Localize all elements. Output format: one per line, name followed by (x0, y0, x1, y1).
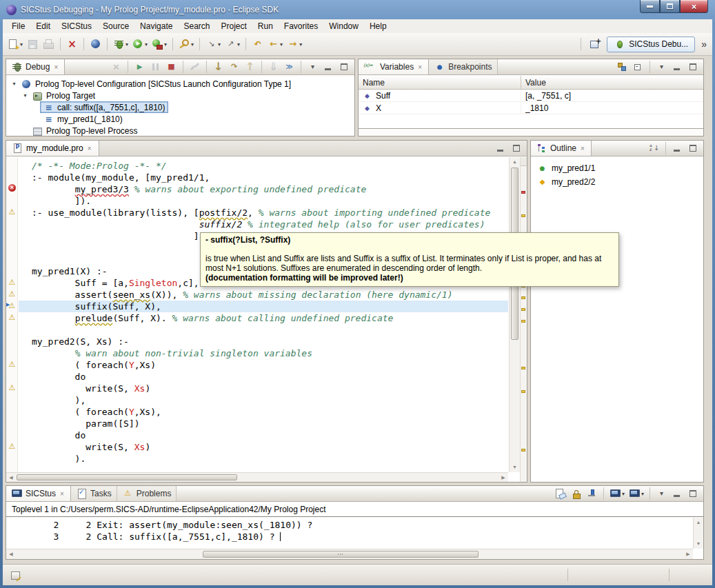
display-console-button[interactable]: ▾ (608, 487, 626, 500)
open-perspective-button[interactable] (588, 37, 603, 51)
halt-prolog-button[interactable] (65, 37, 79, 51)
scroll-left-arrow-icon[interactable] (6, 549, 16, 559)
minimize-button[interactable] (670, 141, 685, 155)
warning-annotation-icon[interactable] (8, 290, 17, 298)
view-menu-button[interactable] (654, 487, 669, 500)
close-icon[interactable] (416, 62, 423, 72)
menu-help[interactable]: Help (364, 20, 392, 32)
close-window-button[interactable] (680, 0, 708, 13)
scroll-up-arrow-icon[interactable] (694, 518, 703, 527)
overview-mark[interactable] (521, 191, 525, 194)
console-output[interactable]: 2 2 Exit: assert(my_module:seen_xs(_1810… (6, 518, 693, 549)
close-icon[interactable] (86, 143, 93, 153)
show-logical-structure-button[interactable] (615, 60, 630, 74)
menu-sicstus[interactable]: SICStus (56, 20, 97, 32)
resume-button[interactable] (132, 60, 147, 74)
scroll-down-arrow-icon[interactable] (510, 463, 520, 472)
minimize-button[interactable] (494, 141, 508, 155)
minimize-button[interactable] (670, 60, 685, 74)
debug-tree-item[interactable]: Prolog Top-level Process (6, 125, 354, 136)
terminate-button[interactable] (164, 60, 179, 74)
run-button[interactable]: ▾ (131, 37, 149, 51)
overview-mark[interactable] (521, 449, 525, 452)
code-line[interactable]: write(S, Xs) (19, 441, 508, 453)
overview-ruler[interactable] (520, 157, 527, 482)
scroll-left-arrow-icon[interactable] (6, 473, 16, 482)
code-line[interactable]: ), (19, 394, 508, 406)
overview-mark[interactable] (521, 214, 525, 217)
outline-item[interactable]: my_pred2/2 (531, 175, 703, 189)
step-into-button[interactable] (211, 60, 225, 74)
overview-mark[interactable] (521, 296, 525, 299)
maximize-window-button[interactable] (660, 0, 680, 13)
variable-row[interactable]: X_1810 (359, 102, 703, 114)
debug-button[interactable]: ▾ (112, 37, 130, 51)
warning-annotation-icon[interactable] (8, 207, 17, 216)
code-line[interactable]: ( foreach(Y,Xs) (19, 359, 508, 371)
overview-mark[interactable] (521, 390, 525, 393)
variable-row[interactable]: Suff[a, _7551, c] (359, 90, 703, 102)
forward-button[interactable]: ▾ (285, 37, 303, 51)
warning-annotation-icon[interactable] (8, 313, 17, 322)
console-line[interactable]: 2 2 Exit: assert(my_module:seen_xs(_1810… (6, 519, 693, 531)
menu-favorites[interactable]: Favorites (279, 20, 323, 32)
next-annotation-button[interactable]: ▾ (204, 37, 222, 51)
code-line[interactable]: ). (19, 453, 508, 465)
debug-tree-item[interactable]: ▾Prolog Target (6, 90, 354, 101)
overview-mark[interactable] (521, 367, 525, 369)
code-line[interactable]: prelude(Suff, X). % warns about calling … (19, 312, 508, 324)
annotation-ruler[interactable] (6, 157, 18, 472)
code-line[interactable]: :- module(my_module, [my_pred1/1, (19, 172, 508, 183)
overview-mark[interactable] (521, 320, 525, 323)
last-edit-location-button[interactable] (250, 37, 265, 51)
new-wizard-button[interactable]: ▾ (6, 37, 24, 51)
expand-arrow-icon[interactable]: ▾ (21, 92, 29, 99)
tab-breakpoints[interactable]: Breakpoints (429, 59, 497, 74)
maximize-button[interactable] (686, 141, 701, 155)
debug-tree-item[interactable]: my_pred1(_1810) (6, 113, 354, 125)
code-line[interactable]: param([S]) (19, 418, 508, 429)
open-console-button[interactable]: ▾ (627, 487, 645, 500)
code-line[interactable]: ( foreach(Y,Xs), (19, 406, 508, 418)
tab-my-module-pro[interactable]: my_module.pro (6, 141, 99, 156)
debug-tree-item[interactable]: ▾Prolog Top-level Configuration [SICStus… (6, 78, 354, 90)
code-line[interactable]: do (19, 371, 508, 383)
console-vertical-scrollbar[interactable] (693, 518, 703, 549)
warning-annotation-icon[interactable] (8, 278, 17, 287)
expand-arrow-icon[interactable]: ▾ (10, 81, 18, 87)
previous-annotation-button[interactable]: ▾ (223, 37, 241, 51)
menu-file[interactable]: File (6, 20, 30, 32)
menu-window[interactable]: Window (323, 20, 364, 32)
current-instruction-annotation-icon[interactable] (8, 301, 17, 310)
statusbar-trim-button[interactable] (8, 568, 23, 582)
code-line[interactable]: write(S, Xs) (19, 383, 508, 394)
scroll-down-arrow-icon[interactable] (694, 539, 703, 549)
editor-vertical-scrollbar[interactable] (509, 157, 520, 472)
external-tools-button[interactable]: ▾ (150, 37, 168, 51)
code-line[interactable]: do (19, 429, 508, 441)
menu-search[interactable]: Search (178, 20, 215, 32)
scrollbar-thumb[interactable] (203, 551, 479, 558)
scroll-up-arrow-icon[interactable] (510, 157, 520, 167)
step-filters-button[interactable] (282, 60, 296, 74)
collapse-all-button[interactable] (631, 60, 645, 74)
menu-project[interactable]: Project (215, 20, 252, 32)
code-line[interactable]: /* -*- Mode:Prolog -*- */ (19, 160, 508, 172)
console-line[interactable]: 3 2 Call: suffix([a,_7551,c],_1810) ? (6, 531, 693, 543)
code-line[interactable]: my_pred2(S, Xs) :- (19, 336, 508, 347)
code-line[interactable]: :- use_module(library(lists), [postfix/2… (19, 207, 508, 219)
code-line[interactable]: ]). (19, 195, 508, 207)
titlebar[interactable]: SICStus Debugging - My Prolog Project/my… (0, 0, 715, 19)
code-editor[interactable]: /* -*- Mode:Prolog -*- */:- module(my_mo… (19, 160, 508, 472)
editor-horizontal-scrollbar[interactable] (6, 472, 508, 482)
minimize-window-button[interactable] (640, 0, 660, 13)
code-line[interactable] (19, 324, 508, 336)
scroll-right-arrow-icon[interactable] (683, 549, 693, 559)
maximize-button[interactable] (686, 487, 701, 500)
clear-console-button[interactable] (553, 487, 567, 500)
perspective-overflow-button[interactable]: » (699, 39, 709, 50)
menu-source[interactable]: Source (97, 20, 134, 32)
menu-run[interactable]: Run (252, 20, 279, 32)
scroll-lock-button[interactable] (569, 487, 583, 500)
tab-sicstus[interactable]: SICStus (6, 486, 71, 501)
